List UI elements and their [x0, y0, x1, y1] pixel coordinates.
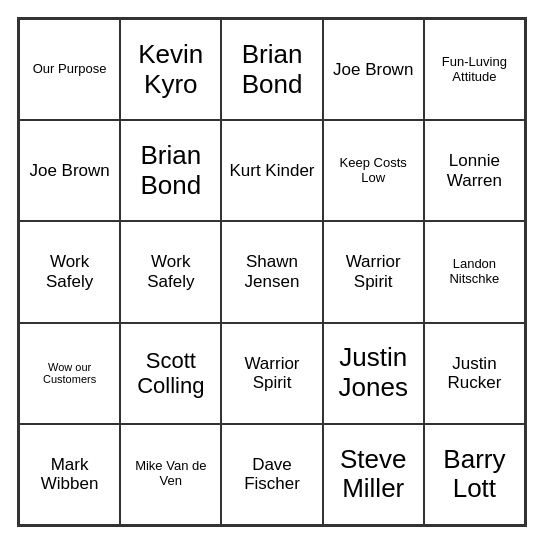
cell-text-13: Warrior Spirit — [328, 252, 419, 291]
cell-text-14: Landon Nitschke — [429, 257, 520, 287]
cell-text-2: Brian Bond — [226, 40, 317, 100]
bingo-cell-5: Joe Brown — [19, 120, 120, 221]
bingo-cell-15: Wow our Customers — [19, 323, 120, 424]
bingo-cell-0: Our Purpose — [19, 19, 120, 120]
bingo-cell-6: Brian Bond — [120, 120, 221, 221]
cell-text-9: Lonnie Warren — [429, 151, 520, 190]
bingo-cell-11: Work Safely — [120, 221, 221, 322]
bingo-cell-23: Steve Miller — [323, 424, 424, 525]
bingo-cell-24: Barry Lott — [424, 424, 525, 525]
cell-text-3: Joe Brown — [333, 60, 413, 80]
bingo-cell-14: Landon Nitschke — [424, 221, 525, 322]
cell-text-12: Shawn Jensen — [226, 252, 317, 291]
cell-text-8: Keep Costs Low — [328, 156, 419, 186]
bingo-cell-2: Brian Bond — [221, 19, 322, 120]
bingo-cell-10: Work Safely — [19, 221, 120, 322]
cell-text-1: Kevin Kyro — [125, 40, 216, 100]
cell-text-23: Steve Miller — [328, 445, 419, 505]
cell-text-6: Brian Bond — [125, 141, 216, 201]
cell-text-19: Justin Rucker — [429, 354, 520, 393]
cell-text-22: Dave Fischer — [226, 455, 317, 494]
cell-text-15: Wow our Customers — [24, 361, 115, 386]
bingo-board: Our PurposeKevin KyroBrian BondJoe Brown… — [17, 17, 527, 527]
cell-text-17: Warrior Spirit — [226, 354, 317, 393]
bingo-cell-17: Warrior Spirit — [221, 323, 322, 424]
cell-text-7: Kurt Kinder — [229, 161, 314, 181]
bingo-cell-22: Dave Fischer — [221, 424, 322, 525]
bingo-cell-3: Joe Brown — [323, 19, 424, 120]
cell-text-20: Mark Wibben — [24, 455, 115, 494]
bingo-cell-8: Keep Costs Low — [323, 120, 424, 221]
bingo-cell-1: Kevin Kyro — [120, 19, 221, 120]
bingo-cell-21: Mike Van de Ven — [120, 424, 221, 525]
cell-text-11: Work Safely — [125, 252, 216, 291]
bingo-cell-12: Shawn Jensen — [221, 221, 322, 322]
cell-text-0: Our Purpose — [33, 62, 107, 77]
cell-text-24: Barry Lott — [429, 445, 520, 505]
bingo-cell-16: Scott Colling — [120, 323, 221, 424]
bingo-cell-7: Kurt Kinder — [221, 120, 322, 221]
cell-text-18: Justin Jones — [328, 343, 419, 403]
bingo-cell-13: Warrior Spirit — [323, 221, 424, 322]
cell-text-16: Scott Colling — [125, 348, 216, 399]
cell-text-5: Joe Brown — [29, 161, 109, 181]
cell-text-10: Work Safely — [24, 252, 115, 291]
bingo-cell-18: Justin Jones — [323, 323, 424, 424]
cell-text-4: Fun-Luving Attitude — [429, 55, 520, 85]
bingo-cell-4: Fun-Luving Attitude — [424, 19, 525, 120]
bingo-cell-9: Lonnie Warren — [424, 120, 525, 221]
bingo-cell-20: Mark Wibben — [19, 424, 120, 525]
cell-text-21: Mike Van de Ven — [125, 459, 216, 489]
bingo-cell-19: Justin Rucker — [424, 323, 525, 424]
